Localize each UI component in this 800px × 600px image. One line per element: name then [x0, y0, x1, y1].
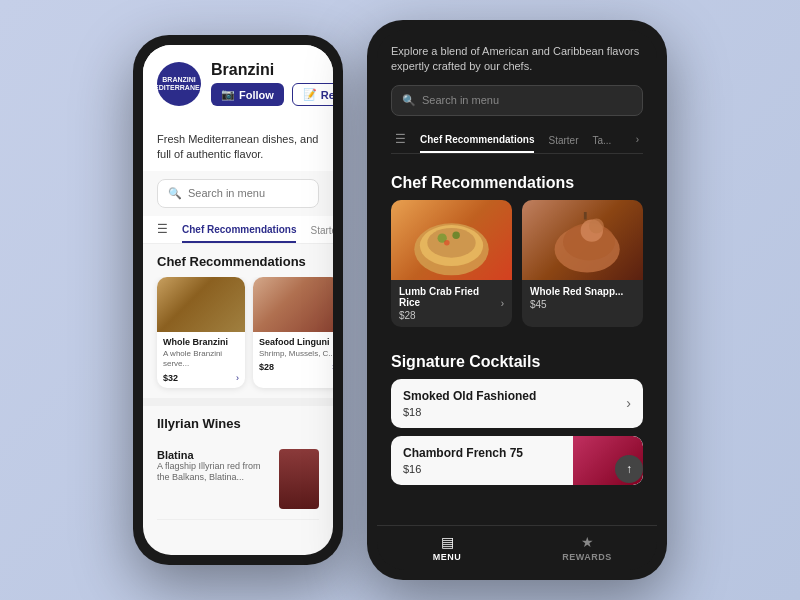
- search-icon: 🔍: [168, 187, 182, 200]
- svg-point-4: [452, 231, 459, 238]
- tabs-row: ☰ Chef Recommendations Starter Ta... ›: [143, 216, 333, 244]
- profile-section: BRANZINI MEDITERRANEAN Branzini 📷 Follow…: [143, 45, 333, 124]
- wine-section-title: Illyrian Wines: [143, 406, 333, 439]
- cocktail-info-1: Smoked Old Fashioned $18: [403, 389, 536, 418]
- tab-dark-chevron-icon[interactable]: ›: [636, 134, 639, 145]
- nav-rewards[interactable]: ★ REWARDS: [517, 534, 657, 562]
- star-icon: ★: [581, 534, 594, 550]
- cocktail-arrow-1: ›: [626, 395, 631, 411]
- chef-card-footer-2: Whole Red Snapp... $45: [530, 286, 635, 310]
- left-screen-content: BRANZINI MEDITERRANEAN Branzini 📷 Follow…: [143, 45, 333, 555]
- search-bar[interactable]: 🔍: [157, 179, 319, 208]
- brand-tagline: Fresh Mediterranean dishes, and full of …: [143, 124, 333, 171]
- right-tagline: Explore a blend of American and Caribbea…: [391, 44, 643, 75]
- scroll-up-button[interactable]: ↑: [615, 455, 643, 483]
- chef-card-name-1: Lumb Crab Fried Rice: [399, 286, 501, 308]
- cocktail-item-2[interactable]: Chambord French 75 $16: [391, 436, 643, 485]
- food-card-img-2: [253, 277, 333, 332]
- search-icon-dark: 🔍: [402, 94, 416, 107]
- tab-dark-chef[interactable]: Chef Recommendations: [420, 126, 534, 153]
- wine-section: Blatina A flagship Illyrian red from the…: [143, 439, 333, 530]
- food-cards-row: Whole Branzini A whole Branzini serve...…: [143, 277, 333, 398]
- svg-point-2: [427, 228, 475, 258]
- right-header: Explore a blend of American and Caribbea…: [377, 30, 657, 162]
- profile-header: BRANZINI MEDITERRANEAN Branzini 📷 Follow…: [157, 61, 319, 106]
- wine-info-1: Blatina A flagship Illyrian red from the…: [157, 449, 271, 484]
- cocktail-price-2: $16: [403, 463, 523, 475]
- bottom-nav: ▤ MENU ★ REWARDS: [377, 525, 657, 570]
- wine-item-1[interactable]: Blatina A flagship Illyrian red from the…: [157, 439, 319, 520]
- food-card-name-2: Seafood Linguni: [259, 337, 333, 347]
- cocktail-item-1[interactable]: Smoked Old Fashioned $18 ›: [391, 379, 643, 428]
- chef-card-1[interactable]: Lumb Crab Fried Rice $28 ›: [391, 200, 512, 327]
- tab-dark-more[interactable]: Ta...: [592, 127, 611, 152]
- chef-arrow-1: ›: [501, 298, 504, 309]
- food-card-name-1: Whole Branzini: [163, 337, 239, 347]
- chef-card-img-2: [522, 200, 643, 280]
- brand-name: Branzini: [211, 61, 333, 79]
- nav-rewards-label: REWARDS: [562, 552, 612, 562]
- food-arrow-1: ›: [236, 373, 239, 383]
- chef-rec-title: Chef Recommendations: [143, 244, 333, 277]
- menu-nav-icon: ▤: [441, 534, 454, 550]
- wine-desc-1: A flagship Illyrian red from the Balkans…: [157, 461, 271, 484]
- food-card-footer-2: $28 ›: [259, 362, 333, 372]
- food-svg-1: [391, 200, 512, 280]
- cocktails-title: Signature Cocktails: [377, 341, 657, 379]
- search-bar-dark[interactable]: 🔍: [391, 85, 643, 116]
- cocktail-name-2: Chambord French 75: [403, 446, 523, 460]
- review-button[interactable]: 📝 Review: [292, 83, 333, 106]
- follow-button[interactable]: 📷 Follow: [211, 83, 284, 106]
- brand-logo: BRANZINI MEDITERRANEAN: [157, 62, 201, 106]
- food-card-footer-1: $32 ›: [163, 373, 239, 383]
- left-phone: BRANZINI MEDITERRANEAN Branzini 📷 Follow…: [133, 35, 343, 565]
- tab-dark-starter[interactable]: Starter: [548, 127, 578, 152]
- cocktail-info-2: Chambord French 75 $16: [403, 446, 523, 475]
- food-card-body-1: Whole Branzini A whole Branzini serve...…: [157, 332, 245, 388]
- search-input-dark[interactable]: [422, 94, 632, 106]
- cocktail-price-1: $18: [403, 406, 536, 418]
- food-card-2[interactable]: Seafood Linguni Shrimp, Mussels, C... $2…: [253, 277, 333, 388]
- chef-card-img-1: [391, 200, 512, 280]
- section-divider: [143, 398, 333, 406]
- food-card-desc-2: Shrimp, Mussels, C...: [259, 349, 333, 359]
- hamburger-icon-dark[interactable]: ☰: [395, 132, 406, 146]
- nav-menu[interactable]: ▤ MENU: [377, 534, 517, 562]
- svg-point-5: [444, 240, 450, 246]
- chef-card-name-2: Whole Red Snapp...: [530, 286, 623, 297]
- tabs-row-dark: ☰ Chef Recommendations Starter Ta... ›: [391, 126, 643, 154]
- food-card-img-1: [157, 277, 245, 332]
- chef-card-price-2: $45: [530, 299, 623, 310]
- food-svg-2: [522, 200, 643, 280]
- food-price-1: $32: [163, 373, 178, 383]
- food-price-2: $28: [259, 362, 274, 372]
- tab-chef-recommendations[interactable]: Chef Recommendations: [182, 216, 296, 243]
- logo-text: BRANZINI MEDITERRANEAN: [148, 76, 209, 91]
- cocktail-name-1: Smoked Old Fashioned: [403, 389, 536, 403]
- instagram-icon: 📷: [221, 88, 235, 101]
- chef-card-footer-1: Lumb Crab Fried Rice $28 ›: [399, 286, 504, 321]
- search-input[interactable]: [188, 187, 308, 199]
- food-card-body-2: Seafood Linguni Shrimp, Mussels, C... $2…: [253, 332, 333, 377]
- chef-card-body-2: Whole Red Snapp... $45: [522, 280, 643, 316]
- chef-cards-row: Lumb Crab Fried Rice $28 ›: [377, 200, 657, 341]
- action-buttons: 📷 Follow 📝 Review: [211, 83, 333, 106]
- chef-card-body-1: Lumb Crab Fried Rice $28 ›: [391, 280, 512, 327]
- food-arrow-2: ›: [332, 362, 333, 372]
- wine-img-1: [279, 449, 319, 509]
- scroll-spacer: ↑: [377, 493, 657, 525]
- food-card-1[interactable]: Whole Branzini A whole Branzini serve...…: [157, 277, 245, 388]
- food-card-desc-1: A whole Branzini serve...: [163, 349, 239, 370]
- right-phone: Explore a blend of American and Caribbea…: [367, 20, 667, 580]
- chef-card-2[interactable]: Whole Red Snapp... $45: [522, 200, 643, 327]
- nav-menu-label: MENU: [433, 552, 462, 562]
- wine-name-1: Blatina: [157, 449, 271, 461]
- right-screen-content: Explore a blend of American and Caribbea…: [377, 30, 657, 525]
- chef-card-price-1: $28: [399, 310, 501, 321]
- hamburger-icon[interactable]: ☰: [157, 222, 168, 236]
- review-icon: 📝: [303, 88, 317, 101]
- right-chef-title: Chef Recommendations: [377, 162, 657, 200]
- svg-point-9: [589, 218, 604, 233]
- tab-starter[interactable]: Starter: [310, 217, 333, 242]
